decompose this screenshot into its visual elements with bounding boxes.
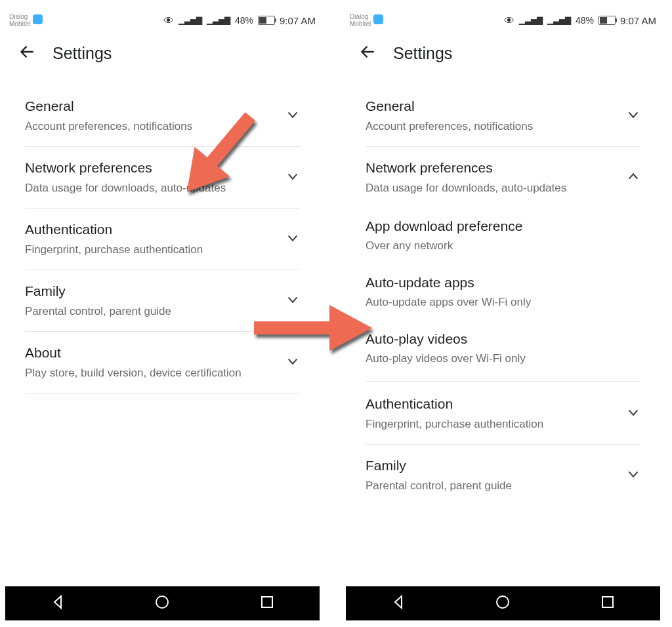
battery-pct: 48% — [235, 15, 253, 26]
status-left: Dialog Mobitel — [350, 13, 383, 28]
chevron-down-icon — [285, 169, 300, 186]
item-title: App download preference — [366, 217, 640, 235]
settings-subitem-app-download-preference[interactable]: App download preference Over any network — [366, 208, 640, 264]
clock: 9:07 AM — [620, 15, 656, 26]
settings-item-authentication[interactable]: Authentication Fingerprint, purchase aut… — [25, 209, 300, 270]
item-subtitle: Parental control, parent guide — [25, 304, 279, 319]
nav-recents-button[interactable] — [600, 594, 616, 613]
settings-list: General Account preferences, notificatio… — [346, 72, 660, 586]
chevron-down-icon — [285, 231, 300, 248]
nav-recents-button[interactable] — [259, 594, 275, 613]
item-subtitle: Over any network — [366, 238, 640, 254]
item-title: General — [366, 97, 620, 115]
settings-subitem-auto-update-apps[interactable]: Auto-update apps Auto-update apps over W… — [366, 264, 640, 321]
eye-care-icon: 👁 — [504, 15, 514, 27]
notification-icon — [373, 14, 383, 24]
signal-icon-2: ▁▃▅▇ — [207, 16, 230, 25]
annotation-arrow-2 — [251, 295, 375, 361]
app-bar: Settings — [346, 34, 660, 72]
item-title: Family — [25, 282, 279, 300]
item-title: Authentication — [25, 220, 279, 239]
back-button[interactable] — [18, 43, 35, 63]
carrier-2: Mobitel — [350, 20, 371, 28]
eye-care-icon: 👁 — [163, 15, 174, 27]
signal-icon-2: ▁▃▅▇ — [547, 16, 571, 25]
signal-icon-1: ▁▃▅▇ — [519, 16, 543, 25]
item-subtitle: Auto-play videos over Wi-Fi only — [366, 351, 640, 367]
item-title: Family — [366, 456, 620, 475]
chevron-down-icon — [626, 108, 640, 125]
settings-item-family[interactable]: Family Parental control, parent guide — [366, 445, 640, 506]
item-title: Auto-update apps — [366, 273, 640, 292]
notification-icon — [33, 14, 43, 24]
status-bar: Dialog Mobitel 👁 ▁▃▅▇ ▁▃▅▇ 48% 9:07 AM — [346, 7, 660, 34]
settings-subitem-auto-play-videos[interactable]: Auto-play videos Auto-play videos over W… — [366, 321, 640, 377]
item-title: Auto-play videos — [366, 330, 640, 348]
page-title: Settings — [393, 44, 452, 63]
chevron-down-icon — [626, 405, 640, 422]
settings-item-authentication[interactable]: Authentication Fingerprint, purchase aut… — [366, 383, 640, 445]
nav-home-button[interactable] — [154, 594, 170, 613]
item-subtitle: Data usage for downloads, auto-updates — [366, 180, 620, 196]
settings-item-general[interactable]: General Account preferences, notificatio… — [366, 85, 640, 147]
battery-icon — [258, 16, 275, 25]
item-subtitle: Fingerprint, purchase authentication — [366, 416, 620, 432]
nav-back-button[interactable] — [390, 594, 406, 613]
carrier-2: Mobitel — [9, 20, 30, 28]
clock: 9:07 AM — [280, 15, 316, 26]
status-right: 👁 ▁▃▅▇ ▁▃▅▇ 48% 9:07 AM — [504, 14, 656, 26]
android-navbar — [346, 586, 660, 620]
item-title: Network preferences — [366, 159, 620, 177]
carrier-1: Dialog — [9, 13, 30, 20]
item-subtitle: Account preferences, notifications — [366, 119, 620, 134]
network-preferences-expanded: App download preference Over any network… — [366, 208, 640, 382]
item-subtitle: Auto-update apps over Wi-Fi only — [366, 294, 640, 310]
svg-rect-3 — [602, 597, 613, 607]
nav-home-button[interactable] — [495, 594, 511, 613]
settings-item-network-preferences[interactable]: Network preferences Data usage for downl… — [366, 147, 640, 208]
carrier-labels: Dialog Mobitel — [9, 13, 30, 28]
svg-point-0 — [156, 596, 168, 608]
carrier-labels: Dialog Mobitel — [350, 13, 371, 28]
phone-right: Dialog Mobitel 👁 ▁▃▅▇ ▁▃▅▇ 48% 9:07 AM S… — [346, 7, 660, 620]
svg-point-2 — [497, 596, 509, 608]
chevron-down-icon — [626, 467, 640, 484]
item-subtitle: Parental control, parent guide — [366, 478, 620, 494]
status-bar: Dialog Mobitel 👁 ▁▃▅▇ ▁▃▅▇ 48% 9:07 AM — [5, 7, 320, 34]
status-right: 👁 ▁▃▅▇ ▁▃▅▇ 48% 9:07 AM — [163, 14, 316, 26]
nav-back-button[interactable] — [50, 594, 66, 613]
android-navbar — [5, 586, 320, 620]
status-left: Dialog Mobitel — [9, 13, 43, 28]
item-subtitle: Play store, build version, device certif… — [25, 365, 279, 381]
item-subtitle: Fingerprint, purchase authentication — [25, 242, 279, 258]
battery-pct: 48% — [576, 15, 594, 26]
back-button[interactable] — [359, 43, 376, 63]
page-title: Settings — [52, 44, 112, 63]
annotation-arrow-1 — [163, 98, 274, 210]
item-title: About — [25, 344, 279, 362]
item-title: Authentication — [366, 395, 620, 413]
chevron-down-icon — [285, 108, 300, 125]
chevron-up-icon — [626, 169, 640, 186]
app-bar: Settings — [5, 34, 320, 72]
battery-icon — [598, 16, 616, 25]
carrier-1: Dialog — [350, 13, 371, 20]
svg-rect-1 — [262, 597, 272, 607]
signal-icon-1: ▁▃▅▇ — [178, 16, 202, 25]
